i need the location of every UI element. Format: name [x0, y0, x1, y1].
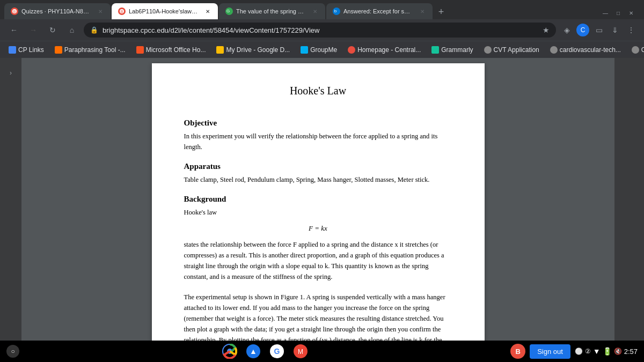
taskbar-brightspace-icon[interactable]: B: [510, 344, 525, 359]
battery-icon: 🔋: [603, 347, 612, 356]
background-heading: Background: [184, 195, 452, 204]
bookmark-icon-para: [55, 46, 62, 54]
back-button[interactable]: ←: [6, 23, 21, 38]
bookmark-paraphrasing[interactable]: Paraphrasing Tool -...: [50, 43, 130, 56]
bookmark-drive[interactable]: My Drive - Google D...: [212, 43, 294, 56]
bookmark-label-homepage: Homepage - Central...: [357, 46, 421, 54]
system-tray: ⚪ ② ▼ 🔋 🔇 2:57: [575, 347, 638, 356]
bookmark-cardiovascular[interactable]: cardiovascular-tech...: [546, 43, 625, 56]
minimize-button[interactable]: —: [601, 9, 610, 17]
bookmark-icon-groupme: [301, 46, 308, 54]
bookmark-icon-cardio: [550, 46, 558, 54]
taskbar-center: ▲ G M: [19, 343, 510, 360]
bookmark-label-grammarly: Grammarly: [441, 46, 473, 54]
bookmark-icon-cvt-video: [632, 46, 639, 54]
taskbar: ○ ▲ G: [0, 341, 644, 362]
tab-favicon-4: b: [333, 8, 340, 15]
tab-answered[interactable]: b Answered: Except for small chan... ✕: [326, 3, 433, 19]
bookmark-cvt-app[interactable]: CVT Application: [480, 43, 544, 56]
svg-text:B: B: [121, 10, 123, 13]
section-apparatus: Apparatus Table clamp, Steel rod, Pendul…: [184, 162, 452, 185]
apparatus-body: Table clamp, Steel rod, Pendulum clamp, …: [184, 174, 452, 185]
section-background: Background Hooke's law F = kx states the…: [184, 195, 452, 341]
background-body2: The experimental setup is shown in Figur…: [184, 292, 452, 341]
tab-label-2: Lab6P110A-Hooke'slaw1 · PHY...: [129, 8, 199, 14]
close-button[interactable]: ✕: [627, 9, 635, 17]
window-controls: — □ ✕: [597, 9, 640, 19]
tab-label-4: Answered: Except for small chan...: [343, 8, 413, 14]
tab-bar: B Quizzes · PHY110A-N885: Conc... ✕ B La…: [0, 0, 644, 19]
apparatus-heading: Apparatus: [184, 162, 452, 171]
sidebar-left: ›: [0, 58, 21, 341]
bookmark-icon-homepage: [348, 46, 355, 54]
sidebar-right: [614, 58, 644, 341]
svg-text:M: M: [298, 348, 303, 356]
tab-close-4[interactable]: ✕: [419, 8, 426, 15]
forward-button[interactable]: →: [26, 23, 41, 38]
taskbar-maps-icon[interactable]: ▲: [245, 343, 262, 360]
formula-display: F = kx: [184, 224, 452, 233]
system-icon-1: ⚪: [575, 348, 583, 355]
sidebar-toggle[interactable]: ›: [4, 67, 17, 79]
menu-button[interactable]: ⋮: [625, 24, 638, 36]
sign-out-button[interactable]: Sign out: [530, 344, 570, 359]
bookmark-cp-links[interactable]: CP Links: [4, 43, 48, 56]
tab-close-2[interactable]: ✕: [204, 8, 211, 15]
bookmark-label-cvt-video: CVT Video: [641, 46, 644, 54]
taskbar-gmail-icon[interactable]: M: [292, 343, 309, 360]
bookmark-groupme[interactable]: GroupMe: [296, 43, 341, 56]
bookmark-label-cvt-app: CVT Application: [494, 46, 539, 54]
bookmark-icon-grammarly: [431, 46, 439, 54]
svg-text:b: b: [334, 9, 337, 13]
document-page: Hooke's Law Objective In this experiment…: [152, 63, 485, 341]
bookmarks-bar: CP Links Paraphrasing Tool -... Microsof…: [0, 41, 644, 58]
lock-icon: 🔒: [90, 26, 98, 34]
bookmark-icon-cvt-app: [484, 46, 492, 54]
reload-button[interactable]: ↻: [45, 23, 60, 38]
bookmark-cvt-video[interactable]: CVT Video: [627, 43, 644, 56]
home-button[interactable]: ⌂: [64, 23, 79, 38]
bookmark-microsoft[interactable]: Microsoft Office Ho...: [132, 43, 210, 56]
taskbar-chrome-icon[interactable]: [221, 343, 238, 360]
bookmark-label-drive: My Drive - Google D...: [226, 46, 290, 54]
taskbar-google-icon[interactable]: G: [268, 343, 286, 360]
system-icon-2: ②: [585, 348, 591, 355]
extensions-icon[interactable]: ◈: [560, 24, 573, 36]
tab-close-3[interactable]: ✕: [311, 8, 319, 15]
tab-label-1: Quizzes · PHY110A-N885: Conc...: [21, 8, 91, 14]
time-display: 2:57: [624, 348, 638, 356]
bookmark-icon-drive: [216, 46, 224, 54]
document-title: Hooke's Law: [184, 85, 452, 97]
tab-favicon-3: G: [225, 8, 233, 15]
svg-text:B: B: [13, 10, 16, 13]
url-text: brightspace.cpcc.edu/d2l/le/content/5845…: [103, 26, 320, 34]
tab-spring[interactable]: G The value of the spring constan... ✕: [219, 3, 325, 19]
document-container: Hooke's Law Objective In this experiment…: [21, 58, 614, 341]
section-objective: Objective In this experiment you will ve…: [184, 119, 452, 152]
tab-lab6[interactable]: B Lab6P110A-Hooke'slaw1 · PHY... ✕: [112, 3, 218, 19]
tab-label-3: The value of the spring constan...: [236, 8, 306, 14]
star-icon: ★: [543, 26, 550, 34]
formula-text: F = kx: [309, 224, 327, 232]
new-tab-button[interactable]: +: [434, 4, 449, 19]
downloads-icon[interactable]: ⇓: [609, 24, 621, 36]
address-bar: ← → ↻ ⌂ 🔒 brightspace.cpcc.edu/d2l/le/co…: [0, 19, 644, 41]
tab-quizzes[interactable]: B Quizzes · PHY110A-N885: Conc... ✕: [4, 3, 111, 19]
tab-favicon-2: B: [118, 8, 126, 15]
bookmark-grammarly[interactable]: Grammarly: [427, 43, 477, 56]
url-bar[interactable]: 🔒 brightspace.cpcc.edu/d2l/le/content/58…: [84, 23, 556, 38]
bookmark-label-ms: Microsoft Office Ho...: [146, 46, 206, 54]
bookmark-label-cp: CP Links: [18, 46, 44, 54]
bookmark-icon-ms: [136, 46, 144, 54]
browser-content: › Hooke's Law Objective In this experime…: [0, 58, 644, 341]
bookmark-label-cardio: cardiovascular-tech...: [560, 46, 621, 54]
bookmark-label-para: Paraphrasing Tool -...: [64, 46, 126, 54]
maximize-button[interactable]: □: [614, 9, 623, 17]
profile-icon[interactable]: C: [576, 24, 589, 36]
objective-heading: Objective: [184, 119, 452, 128]
bookmark-homepage[interactable]: Homepage - Central...: [343, 43, 425, 56]
cast-icon[interactable]: ▭: [592, 24, 605, 36]
wifi-icon: ▼: [593, 347, 601, 356]
taskbar-circle[interactable]: ○: [6, 345, 19, 358]
tab-close-1[interactable]: ✕: [97, 8, 104, 15]
